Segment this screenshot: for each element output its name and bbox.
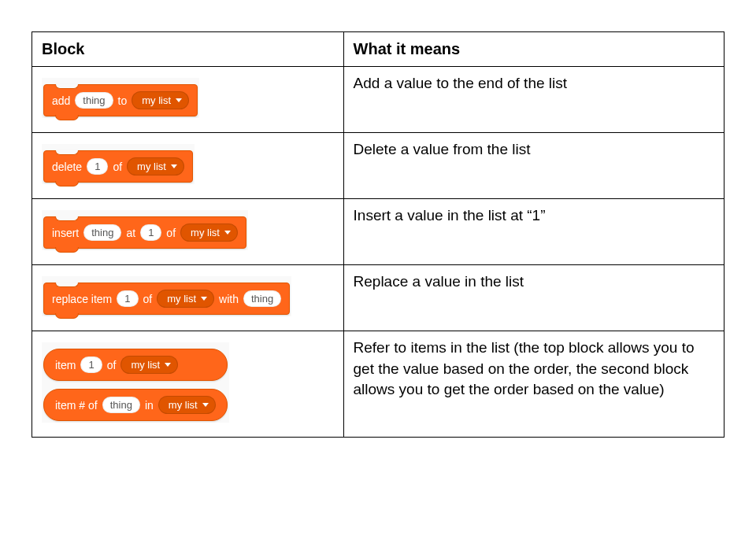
block-label: of (143, 293, 153, 305)
chevron-down-icon (165, 363, 171, 367)
block-dropdown-label: my list (167, 294, 196, 304)
block-label: to (118, 94, 128, 107)
block-cell: add thing to my list (32, 67, 344, 133)
block-dropdown: my list (158, 396, 216, 414)
block-dropdown-label: my list (137, 161, 166, 172)
block-dropdown-label: my list (131, 360, 160, 370)
blocks-table: Block What it means add thing to my list (32, 31, 724, 438)
meaning-cell: Insert a value in the list at “1” (343, 199, 724, 265)
block-cell: item 1 of my list item # of thing in (32, 331, 344, 438)
block-input-number: 1 (140, 224, 161, 241)
block-input-text: thing (102, 397, 140, 413)
scratch-block-replace: replace item 1 of my list with thing (43, 283, 290, 315)
header-block: Block (32, 32, 344, 67)
block-label: of (113, 161, 122, 173)
table-row: add thing to my list Add a value to the … (32, 67, 724, 133)
block-label: insert (52, 227, 79, 239)
meaning-cell: Delete a value from the list (343, 133, 724, 199)
chevron-down-icon (201, 297, 207, 301)
block-dropdown-label: my list (191, 227, 220, 238)
block-dropdown: my list (132, 91, 189, 109)
block-input-number: 1 (87, 158, 108, 175)
table-row: item 1 of my list item # of thing in (32, 331, 724, 438)
scratch-block-add: add thing to my list (43, 84, 198, 116)
block-label: with (219, 293, 239, 305)
block-dropdown-label: my list (169, 400, 198, 410)
block-dropdown: my list (180, 223, 238, 242)
scratch-block-item-number: item # of thing in my list (43, 389, 228, 421)
block-dropdown: my list (127, 157, 184, 175)
scratch-block-item: item 1 of my list (43, 349, 228, 381)
block-label: at (126, 227, 135, 239)
block-input-text: thing (75, 92, 113, 109)
meaning-cell: Replace a value in the list (343, 265, 724, 331)
block-cell: replace item 1 of my list with thing (32, 265, 344, 331)
block-dropdown: my list (120, 356, 178, 374)
block-cell: delete 1 of my list (32, 133, 344, 199)
block-label: item (55, 359, 76, 371)
block-label: of (166, 227, 176, 239)
block-input-text: thing (243, 290, 281, 307)
meaning-cell: Add a value to the end of the list (343, 67, 724, 133)
block-input-text: thing (83, 224, 121, 241)
table-row: replace item 1 of my list with thing Rep… (32, 265, 724, 331)
chevron-down-icon (224, 231, 231, 235)
block-label: replace item (52, 293, 112, 305)
scratch-block-delete: delete 1 of my list (43, 150, 193, 183)
table-row: delete 1 of my list Delete a value from … (32, 133, 724, 199)
block-label: delete (52, 161, 82, 173)
block-input-number: 1 (117, 290, 138, 307)
block-label: in (145, 399, 154, 412)
block-label: add (52, 94, 70, 107)
meaning-cell: Refer to items in the list (the top bloc… (343, 331, 724, 438)
block-cell: insert thing at 1 of my list (32, 199, 344, 265)
block-input-number: 1 (80, 356, 102, 373)
block-label: of (107, 359, 117, 371)
table-row: insert thing at 1 of my list Insert a va… (32, 199, 724, 265)
block-label: item # of (55, 399, 98, 412)
chevron-down-icon (171, 164, 177, 168)
scratch-block-insert: insert thing at 1 of my list (43, 216, 246, 249)
block-dropdown: my list (157, 290, 214, 308)
chevron-down-icon (176, 98, 182, 102)
chevron-down-icon (202, 403, 209, 407)
header-meaning: What it means (343, 32, 724, 67)
block-dropdown-label: my list (142, 95, 171, 105)
